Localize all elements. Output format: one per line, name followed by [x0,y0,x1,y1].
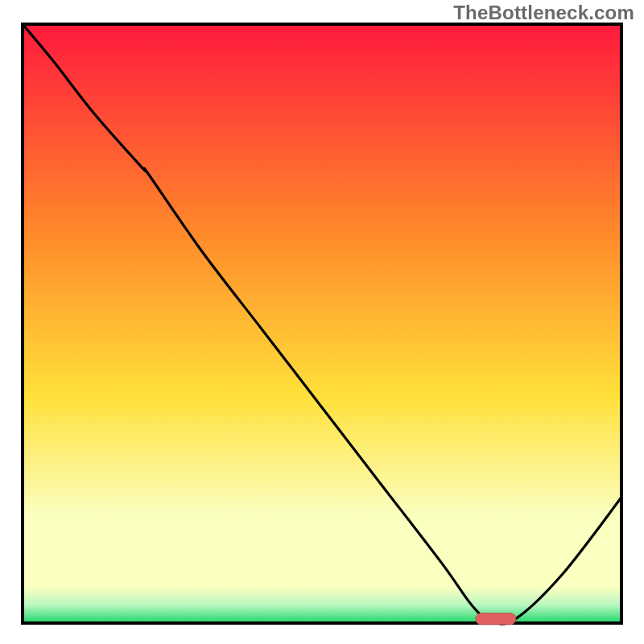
watermark-text: TheBottleneck.com [453,2,634,24]
optimal-marker [476,613,516,625]
plot-background [23,24,621,623]
bottleneck-chart [0,0,644,644]
chart-stage: TheBottleneck.com [0,0,644,644]
